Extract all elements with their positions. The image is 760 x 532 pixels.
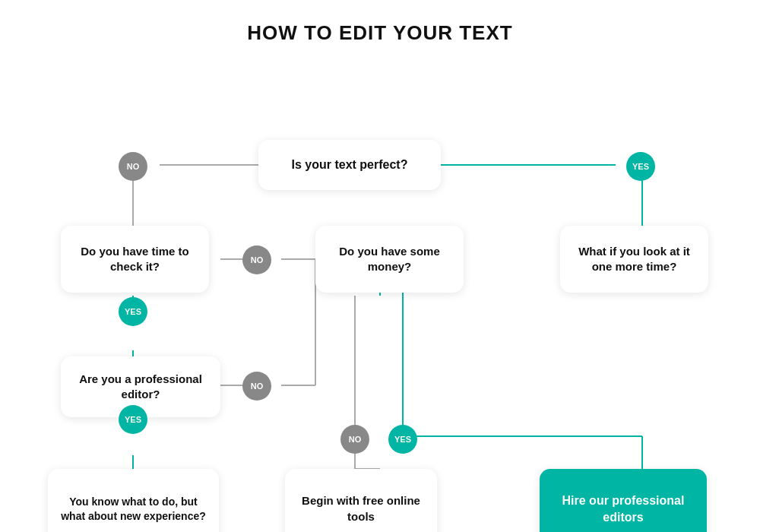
page-title: HOW TO EDIT YOUR TEXT — [0, 0, 760, 52]
box-hireeditors: Hire our professional editors — [540, 469, 707, 532]
box-onemore: What if you look at it one more time? — [560, 226, 708, 293]
circle-yes2: YES — [119, 297, 147, 326]
circle-yes1: YES — [626, 152, 655, 181]
box-knowwhat: You know what to do, but what about new … — [48, 469, 219, 532]
circle-yes3: YES — [119, 405, 147, 434]
circle-no4: NO — [340, 425, 369, 454]
box-money: Do you have some money? — [315, 226, 464, 293]
box-time: Do you have time to check it? — [61, 226, 209, 293]
circle-no2: NO — [242, 245, 271, 274]
box-perfect: Is your text perfect? — [258, 140, 441, 190]
flowchart: Is your text perfect? NO YES Do you have… — [0, 52, 760, 532]
circle-no1: NO — [119, 152, 147, 181]
circle-no3: NO — [242, 372, 271, 401]
circle-yes4: YES — [388, 425, 417, 454]
box-freetools: Begin with free online tools — [285, 469, 437, 532]
